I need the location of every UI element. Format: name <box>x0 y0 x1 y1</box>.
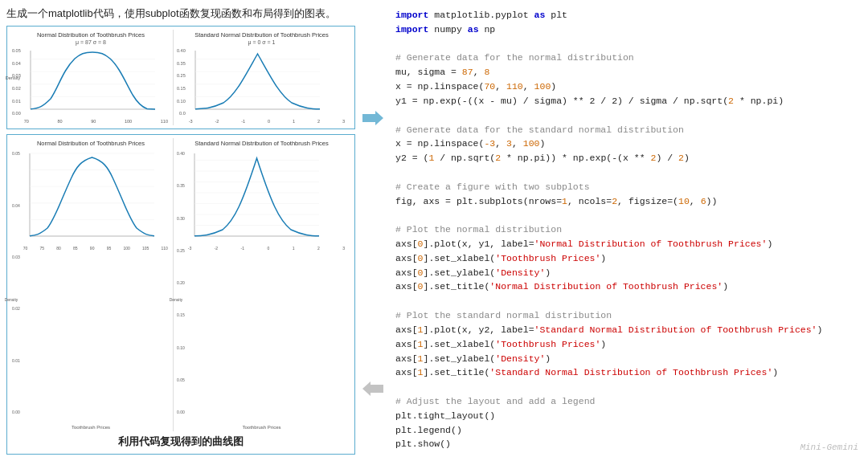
code-line-19: plt.show() <box>395 437 857 451</box>
bottom-normal-xlabel: Toothbrush Prices <box>72 425 110 430</box>
bottom-chart-normal-title: Normal Distribution of Toothbrush Prices <box>37 140 145 147</box>
arrow-left <box>362 381 383 399</box>
code-line-blank-1 <box>395 37 857 51</box>
bottom-normal-svg <box>22 149 158 246</box>
right-panel: import matplotlib.pyplot as plt import n… <box>384 0 868 461</box>
code-line-blank-4 <box>395 208 857 222</box>
code-line-cm5: # Plot the standard normal distribution <box>395 308 857 323</box>
top-charts-box: Normal Distribution of Toothbrush Prices… <box>6 26 355 129</box>
bottom-charts: Normal Distribution of Toothbrush Prices… <box>10 138 351 431</box>
code-line-14: axs[1].set_xlabel('Toothbrush Prices') <box>395 337 857 352</box>
left-panel: 生成一个matplotlib代码，使用subplot函数复现函数和布局得到的图表… <box>0 0 362 461</box>
code-line-1: import matplotlib.pyplot as plt <box>395 8 857 22</box>
bottom-caption: 利用代码复现得到的曲线图 <box>10 431 351 451</box>
code-line-cm4: # Plot the normal distribution <box>395 222 857 237</box>
arrows-area <box>362 0 384 461</box>
code-line-cm6: # Adjust the layout and add a legend <box>395 394 857 409</box>
bottom-standard-xlabel: Toothbrush Prices <box>242 425 280 430</box>
top-normal-ylabel: Density <box>6 75 20 80</box>
code-line-12: axs[0].set_title('Normal Distribution of… <box>395 279 857 294</box>
code-line-cm1: # Generate data for the normal distribut… <box>395 51 857 65</box>
top-chart-normal-title: Normal Distribution of Toothbrush Prices <box>37 31 145 39</box>
bottom-charts-box: Normal Distribution of Toothbrush Prices… <box>6 134 355 455</box>
arrow-right <box>362 111 383 129</box>
top-standard-svg <box>187 47 324 119</box>
watermark: Mini-Gemini <box>800 441 858 455</box>
code-line-16: axs[1].set_title('Standard Normal Distri… <box>395 365 857 380</box>
bottom-standard-ylabel: Density <box>170 297 183 302</box>
top-chart-normal: Normal Distribution of Toothbrush Prices… <box>10 30 171 125</box>
svg-marker-30 <box>362 381 383 396</box>
bottom-chart-standard: Standard Normal Distribution of Toothbru… <box>175 138 348 431</box>
code-line-4: x = np.linspace(70, 110, 100) <box>395 80 857 94</box>
top-chart-standard: Standard Normal Distribution of Toothbru… <box>175 30 348 125</box>
code-line-7: y2 = (1 / np.sqrt(2 * np.pi)) * np.exp(-… <box>395 151 857 165</box>
bottom-normal-ylabel: Density <box>5 297 18 302</box>
code-line-blank-3 <box>395 165 857 180</box>
code-line-13: axs[1].plot(x, y2, label='Standard Norma… <box>395 323 857 337</box>
code-line-3: mu, sigma = 87, 8 <box>395 65 857 80</box>
code-line-cm3: # Create a figure with two subplots <box>395 180 857 194</box>
code-line-15: axs[1].set_ylabel('Density') <box>395 352 857 366</box>
code-line-5: y1 = np.exp(-((x - mu) / sigma) ** 2 / 2… <box>395 94 857 108</box>
bottom-chart-normal: Normal Distribution of Toothbrush Prices… <box>10 138 171 431</box>
code-block: import matplotlib.pyplot as plt import n… <box>395 8 857 451</box>
code-line-11: axs[0].set_ylabel('Density') <box>395 266 857 280</box>
bottom-chart-standard-title: Standard Normal Distribution of Toothbru… <box>194 140 329 147</box>
code-line-9: axs[0].plot(x, y1, label='Normal Distrib… <box>395 237 857 251</box>
svg-marker-29 <box>362 111 383 125</box>
code-line-8: fig, axs = plt.subplots(nrows=1, ncols=2… <box>395 194 857 209</box>
code-line-18: plt.legend() <box>395 423 857 438</box>
code-line-blank-2 <box>395 108 857 123</box>
bottom-standard-svg <box>186 149 323 246</box>
top-chart-standard-subtitle: μ = 0 σ = 1 <box>248 39 275 45</box>
top-chart-normal-subtitle: μ = 87 σ = 8 <box>76 39 106 45</box>
code-line-2: import numpy as np <box>395 22 857 37</box>
code-line-17: plt.tight_layout() <box>395 409 857 423</box>
code-line-blank-6 <box>395 380 857 394</box>
code-line-6: x = np.linspace(-3, 3, 100) <box>395 137 857 151</box>
code-line-cm2: # Generate data for the standard normal … <box>395 123 857 137</box>
top-chart-standard-title: Standard Normal Distribution of Toothbru… <box>194 31 329 39</box>
code-line-10: axs[0].set_xlabel('Toothbrush Prices') <box>395 251 857 266</box>
code-line-blank-5 <box>395 294 857 308</box>
description-text: 生成一个matplotlib代码，使用subplot函数复现函数和布局得到的图表… <box>6 6 355 21</box>
top-normal-svg <box>23 47 159 119</box>
